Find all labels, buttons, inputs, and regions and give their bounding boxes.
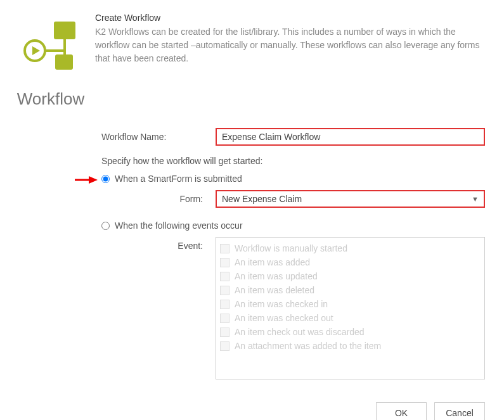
- event-checkbox: [220, 258, 229, 267]
- event-item: An attachment was added to the item: [220, 339, 484, 353]
- chevron-down-icon: ▼: [472, 195, 479, 203]
- svg-marker-5: [32, 46, 40, 55]
- cancel-button[interactable]: Cancel: [434, 402, 485, 420]
- event-checkbox: [220, 286, 229, 295]
- event-checkbox: [220, 341, 229, 351]
- workflow-name-input[interactable]: [216, 128, 485, 146]
- event-checkbox: [220, 314, 229, 323]
- section-title: Workflow: [6, 89, 95, 109]
- event-item-label: An item was checked in: [235, 299, 328, 309]
- event-item: Workflow is manually started: [220, 241, 484, 255]
- event-checkbox: [220, 328, 229, 337]
- event-checkbox: [220, 300, 229, 309]
- event-item: An item was updated: [220, 269, 484, 283]
- form-dropdown-value: New Expense Claim: [222, 194, 302, 204]
- event-item-label: An item was added: [235, 257, 310, 267]
- event-item: An item was checked out: [220, 311, 484, 325]
- ok-button[interactable]: OK: [376, 402, 427, 420]
- workflow-name-label: Workflow Name:: [101, 132, 216, 142]
- events-radio[interactable]: [101, 222, 110, 230]
- event-item: An item was checked in: [220, 297, 484, 311]
- event-item: An item was added: [220, 255, 484, 269]
- event-item-label: An item was checked out: [235, 313, 333, 323]
- event-checkbox: [220, 272, 229, 281]
- smartform-radio[interactable]: [101, 175, 110, 183]
- event-label: Event:: [101, 237, 216, 251]
- form-label: Form:: [101, 194, 216, 204]
- page-header: Create Workflow: [95, 13, 485, 23]
- smartform-radio-label: When a SmartForm is submitted: [115, 174, 242, 184]
- event-item-label: Workflow is manually started: [235, 243, 347, 253]
- svg-rect-0: [54, 22, 75, 39]
- start-method-label: Specify how the workflow will get starte…: [101, 156, 485, 166]
- event-item: An item check out was discarded: [220, 325, 484, 339]
- page-description: K2 Workflows can be created for the list…: [95, 25, 485, 65]
- event-item-label: An item was deleted: [235, 285, 314, 295]
- event-item-label: An item was updated: [235, 271, 318, 281]
- events-radio-label: When the following events occur: [115, 220, 243, 231]
- event-checkbox: [220, 244, 229, 253]
- event-item-label: An attachment was added to the item: [235, 341, 381, 351]
- form-dropdown[interactable]: New Expense Claim ▼: [216, 190, 485, 208]
- svg-rect-1: [55, 54, 73, 70]
- event-item-label: An item check out was discarded: [235, 327, 365, 337]
- arrow-annotation-icon: [74, 175, 99, 187]
- svg-marker-7: [89, 176, 98, 184]
- workflow-icon: [16, 74, 86, 84]
- event-item: An item was deleted: [220, 283, 484, 297]
- event-listbox[interactable]: Workflow is manually startedAn item was …: [216, 237, 485, 379]
